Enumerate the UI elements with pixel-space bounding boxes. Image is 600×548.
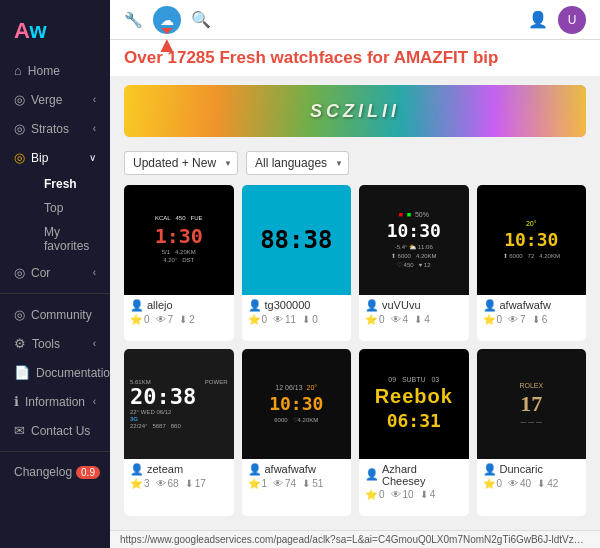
user-icon-small: 👤	[248, 299, 262, 312]
wf-time-display: 10:30	[504, 229, 558, 250]
views-stat: 👁74	[273, 478, 296, 489]
watchface-card[interactable]: ■■50% 10:30 -5.4° ⛅ 11:06 ⬆ 6000 4.20KM …	[359, 185, 469, 341]
circle-icon: ◎	[14, 92, 25, 107]
watchface-card[interactable]: 20° 10:30 ⬆ 6000 72 4.20KM 👤 afwafwafw ⭐…	[477, 185, 587, 341]
sidebar-item-label: Stratos	[31, 122, 69, 136]
wf-heart: ♡ 450 ♥ 12	[397, 261, 431, 268]
wf-date: — — —	[521, 419, 542, 425]
wf-time-display: 17	[520, 391, 542, 417]
watchface-card[interactable]: 88:38 👤 tg300000 ⭐0 👁11 ⬇0	[242, 185, 352, 341]
watchface-thumbnail: ROLEX 17 — — —	[477, 349, 587, 459]
sidebar-item-contact[interactable]: ✉ Contact Us	[0, 416, 110, 445]
wf-header: ■■50%	[399, 211, 429, 218]
avatar[interactable]: U	[558, 6, 586, 34]
wf-time-display: 10:30	[269, 393, 323, 414]
sidebar-item-community[interactable]: ◎ Community	[0, 300, 110, 329]
wf-brand: ROLEX	[519, 382, 543, 389]
watch-author: 👤 afwafwafw	[248, 463, 346, 476]
chevron-icon: ‹	[93, 267, 96, 278]
wrench-icon[interactable]: 🔧	[124, 11, 143, 29]
stars-stat: ⭐0	[483, 478, 503, 489]
contact-icon: ✉	[14, 423, 25, 438]
avatar-image: U	[568, 13, 577, 27]
chevron-icon: ‹	[93, 338, 96, 349]
sidebar-item-label: Information	[25, 395, 85, 409]
sidebar-item-information[interactable]: ℹ Information ‹	[0, 387, 110, 416]
author-name: vuVUvu	[382, 299, 421, 311]
circle-icon: ◎	[14, 121, 25, 136]
status-bar: https://www.googleadservices.com/pagead/…	[110, 530, 600, 548]
chevron-icon: ‹	[93, 94, 96, 105]
sort-filter[interactable]: Updated + New	[124, 151, 238, 175]
watchface-thumbnail: 5.61KMPOWER 20:38 22° WED 06/12 3G 22/24…	[124, 349, 234, 459]
watchface-card[interactable]: KCAL 450 FUE 1:30 5/1 4.20KM 4.20° DST 👤…	[124, 185, 234, 341]
user-icon[interactable]: 👤	[528, 10, 548, 29]
author-name: allejo	[147, 299, 173, 311]
wf-brand: Reebok	[375, 385, 453, 408]
downloads-stat: ⬇0	[302, 314, 318, 325]
downloads-stat: ⬇2	[179, 314, 195, 325]
sidebar-item-label: Verge	[31, 93, 62, 107]
cloud-upload-icon: ☁	[160, 12, 174, 28]
community-icon: ◎	[14, 307, 25, 322]
sidebar-item-documentation[interactable]: 📄 Documentation	[0, 358, 110, 387]
watchface-card[interactable]: ROLEX 17 — — — 👤 Duncaric ⭐0 👁40 ⬇42	[477, 349, 587, 516]
watchface-info: 👤 vuVUvu ⭐0 👁4 ⬇4	[359, 295, 469, 329]
stars-stat: ⭐0	[365, 489, 385, 500]
sidebar-item-changelog[interactable]: Changelog 0.9	[0, 458, 110, 486]
tools-icon: ⚙	[14, 336, 26, 351]
wf-steps: 6000 ♡4.20KM	[274, 416, 318, 423]
views-stat: 👁68	[156, 478, 179, 489]
watchface-card[interactable]: 5.61KMPOWER 20:38 22° WED 06/12 3G 22/24…	[124, 349, 234, 516]
stars-stat: ⭐1	[248, 478, 268, 489]
stars-stat: ⭐0	[130, 314, 150, 325]
search-icon[interactable]: 🔍	[191, 10, 211, 29]
stars-stat: ⭐3	[130, 478, 150, 489]
user-icon-small: 👤	[130, 463, 144, 476]
sidebar-item-top[interactable]: Top	[30, 196, 110, 220]
wf-steps: 22/24° 5687 860	[130, 423, 181, 429]
sidebar-item-cor[interactable]: ◎ Cor ‹	[0, 258, 110, 287]
watch-stats: ⭐0 👁40 ⬇42	[483, 478, 581, 489]
title-prefix: Over	[124, 48, 167, 67]
upload-button[interactable]: ☁ ▲	[153, 6, 181, 34]
watchface-info: 👤 afwafwafw ⭐0 👁7 ⬇6	[477, 295, 587, 329]
sidebar: Aw ⌂ Home ◎ Verge ‹ ◎ Stratos ‹ ◎ Bip ∨ …	[0, 0, 110, 548]
downloads-stat: ⬇4	[420, 489, 436, 500]
wf-time-display: 88:38	[260, 226, 332, 254]
sidebar-item-tools[interactable]: ⚙ Tools ‹	[0, 329, 110, 358]
author-name: afwafwafw	[500, 299, 551, 311]
sidebar-item-home[interactable]: ⌂ Home	[0, 56, 110, 85]
sidebar-sub-menu: Fresh Top My favorites	[0, 172, 110, 258]
title-suffix: Fresh watchfaces for AMAZFIT bip	[215, 48, 499, 67]
downloads-stat: ⬇51	[302, 478, 323, 489]
author-name: afwafwafw	[265, 463, 316, 475]
sidebar-item-label: Cor	[31, 266, 50, 280]
sidebar-item-stratos[interactable]: ◎ Stratos ‹	[0, 114, 110, 143]
sidebar-item-favorites[interactable]: My favorites	[30, 220, 110, 258]
wf-time-display: 06:31	[387, 410, 441, 431]
watchface-thumbnail: 20° 10:30 ⬆ 6000 72 4.20KM	[477, 185, 587, 295]
sidebar-divider	[0, 293, 110, 294]
sidebar-item-bip[interactable]: ◎ Bip ∨	[0, 143, 110, 172]
changelog-badge: 0.9	[76, 466, 100, 479]
watch-stats: ⭐0 👁7 ⬇2	[130, 314, 228, 325]
page-title-bar: Over 17285 Fresh watchfaces for AMAZFIT …	[110, 40, 600, 77]
watch-stats: ⭐0 👁10 ⬇4	[365, 489, 463, 500]
wf-date: -5.4° ⛅ 11:06	[395, 243, 433, 250]
sidebar-item-fresh[interactable]: Fresh	[30, 172, 110, 196]
watchface-thumbnail: KCAL 450 FUE 1:30 5/1 4.20KM 4.20° DST	[124, 185, 234, 295]
doc-icon: 📄	[14, 365, 30, 380]
watchface-card[interactable]: 09 SUBTU 03 Reebok 06:31 👤 Azhard Cheese…	[359, 349, 469, 516]
sidebar-item-verge[interactable]: ◎ Verge ‹	[0, 85, 110, 114]
sidebar-item-label: Contact Us	[31, 424, 90, 438]
wf-date: ⬆ 6000 72 4.20KM	[503, 252, 560, 259]
views-stat: 👁11	[273, 314, 296, 325]
wf-network: 3G	[130, 416, 138, 422]
views-stat: 👁7	[156, 314, 174, 325]
watchface-card[interactable]: 12 06/1320° 10:30 6000 ♡4.20KM 👤 afwafwa…	[242, 349, 352, 516]
lang-filter[interactable]: All languages	[246, 151, 349, 175]
sidebar-item-label: Documentation	[36, 366, 117, 380]
sidebar-item-label: Community	[31, 308, 92, 322]
watch-author: 👤 Duncaric	[483, 463, 581, 476]
